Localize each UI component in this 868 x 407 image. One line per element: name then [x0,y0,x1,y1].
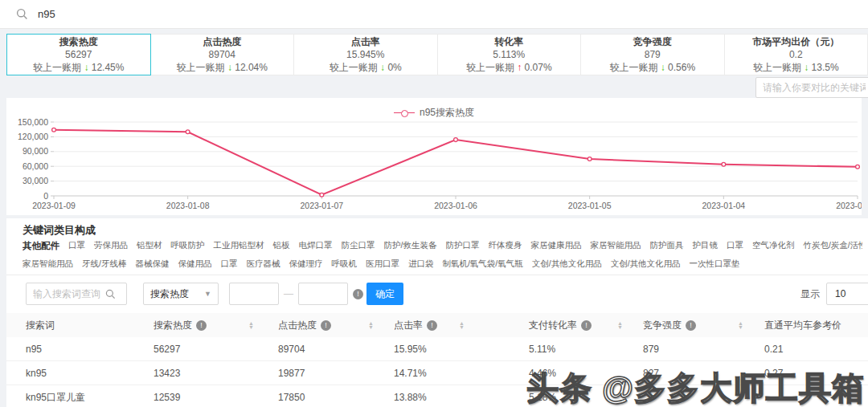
sort-icon[interactable]: ▲▼ [617,321,623,329]
category-tab[interactable]: 家居智能用品 [590,240,641,252]
category-tab[interactable]: 防护/救生装备 [384,240,437,252]
info-icon[interactable]: ! [581,320,592,331]
sort-icon[interactable]: ▲▼ [248,321,254,329]
cell-click-rate: 14.71% [394,368,427,379]
cell-search-heat: 13423 [154,368,180,379]
stat-title: 点击率 [351,35,380,48]
category-tab[interactable]: 器械保健 [135,258,169,270]
stat-compare: 较上一账期 ↑ 0.07% [466,61,552,74]
category-tab[interactable]: 文创/其他文化用品 [611,258,681,270]
category-tab[interactable]: 护目镜 [692,240,718,252]
sort-icon[interactable]: ▲▼ [368,321,374,329]
stat-card[interactable]: 转化率 5.113% 较上一账期 ↑ 0.07% [438,34,582,75]
category-tab[interactable]: 铝板 [273,240,290,252]
trend-arrow-icon: ↓ [661,62,665,73]
stat-compare: 较上一账期 ↓ 0.56% [609,61,695,74]
page-size-control: 显示 10 [800,283,868,305]
stat-card[interactable]: 点击热度 89704 较上一账期 ↓ 12.04% [151,34,295,75]
compare-keyword-input[interactable] [755,77,868,98]
category-tab[interactable]: 家居智能用品 [23,258,73,270]
stat-value: 15.945% [346,48,384,61]
table-row[interactable]: n95 56297 89704 15.95% 5.11% 879 0.21 [6,337,868,361]
keyword-search-input[interactable] [38,8,761,20]
category-tab[interactable]: 其他配件 [23,240,59,252]
category-tab[interactable]: 口罩 [68,240,85,252]
range-max-input[interactable] [298,283,348,305]
trend-arrow-icon: ↑ [517,62,522,73]
svg-text:2023-01-05: 2023-01-05 [568,201,612,210]
page-size-value: 10 [835,288,845,299]
table-search-input[interactable] [33,288,105,299]
column-label: 点击热度 [278,319,317,332]
category-tab[interactable]: 呼吸机 [331,258,357,270]
category-tab[interactable]: 家居健康用品 [530,240,581,252]
cell-avg-bid: 0.21 [764,344,783,355]
category-tab[interactable]: 空气净化剂 [752,240,795,252]
svg-text:2023-01-07: 2023-01-07 [300,201,343,210]
trend-arrow-icon: ↓ [804,62,809,73]
svg-text:2023-01-08: 2023-01-08 [166,201,210,210]
stat-card[interactable]: 竞争强度 879 较上一账期 ↓ 0.56% [581,34,725,75]
category-tab[interactable]: 制氧机/氧气袋/氧气瓶 [442,258,522,270]
cell-keyword: kn95 [26,368,47,379]
category-tab[interactable]: 竹炭包/炭盒/活性炭 [803,240,862,252]
svg-text:2023-01-09: 2023-01-09 [32,201,76,210]
category-tabs-row1: 其他配件口罩劳保用品铝型材呼吸防护工业用铝型材铝板电焊口罩防尘口罩防护/救生装备… [23,240,862,252]
category-tab[interactable]: 防护面具 [649,240,683,252]
category-tab[interactable]: 牙线/牙线棒 [82,258,126,270]
stat-value: 56297 [65,48,92,61]
top-search-bar [0,0,868,29]
chart-legend[interactable]: n95搜索热度 [6,106,862,120]
info-icon[interactable]: ! [353,289,363,299]
category-tab[interactable]: 口罩 [727,240,743,252]
category-tab[interactable]: 进口袋 [408,258,434,270]
category-tab[interactable]: 劳保用品 [94,240,128,252]
cell-click-heat: 89704 [278,344,305,355]
category-tab[interactable]: 一次性口罩垫 [690,258,740,270]
info-icon[interactable]: ! [427,320,437,331]
metric-select[interactable]: 搜索热度 ▼ [143,283,219,305]
legend-label: n95搜索热度 [420,106,474,120]
sort-icon[interactable]: ▲▼ [459,321,465,329]
category-tab[interactable]: 保健用品 [178,258,211,270]
category-tab[interactable]: 呼吸防护 [171,240,205,252]
category-tab[interactable]: 防护口罩 [445,240,479,252]
table-header-cell: 支付转化率 ! ▲▼ [529,313,592,337]
cell-conversion-rate: 5.11% [529,344,555,355]
info-icon[interactable]: ! [686,320,696,331]
svg-text:2023-01-06: 2023-01-06 [434,201,477,210]
search-icon[interactable] [105,289,116,299]
metric-select-value: 搜索热度 [150,287,189,301]
category-tabs-row2: 家居智能用品牙线/牙线棒器械保健保健用品口罩医疗器械保健理疗呼吸机医用口罩进口袋… [23,258,862,270]
stat-compare: 较上一账期 ↓ 0% [330,61,402,74]
stat-title: 市场平均出价（元） [752,35,839,48]
stat-card[interactable]: 点击率 15.945% 较上一账期 ↓ 0% [294,34,438,75]
trend-arrow-icon: ↓ [227,62,232,73]
stat-title: 点击热度 [203,35,241,48]
category-tab[interactable]: 纤体瘦身 [488,240,522,252]
stat-card[interactable]: 市场平均出价（元） 0.2 较上一账期 ↓ 13.5% [725,34,868,75]
category-tab[interactable]: 铝型材 [137,240,162,252]
sort-icon[interactable]: ▲▼ [738,321,743,329]
info-icon[interactable]: ! [321,320,331,331]
category-tab[interactable]: 电焊口罩 [299,240,333,252]
category-tab[interactable]: 保健理疗 [289,258,322,270]
page-size-select[interactable]: 10 [826,283,868,305]
category-tab[interactable]: 防尘口罩 [342,240,375,252]
legend-line-marker-icon [394,112,415,113]
category-tab[interactable]: 医用口罩 [366,258,399,270]
stat-card[interactable]: 搜索热度 56297 较上一账期 ↓ 12.45% [6,34,151,75]
cell-click-heat: 17850 [278,392,305,403]
cell-search-heat: 12539 [154,392,180,403]
info-icon[interactable]: ! [196,320,207,331]
column-label: 搜索热度 [154,319,192,332]
stat-value: 5.113% [493,48,525,61]
confirm-button[interactable]: 确定 [366,283,403,305]
stat-value: 879 [645,48,661,61]
category-tab[interactable]: 工业用铝型材 [214,240,264,252]
range-min-input[interactable] [229,283,279,305]
category-tab[interactable]: 口罩 [220,258,237,270]
category-tab[interactable]: 医疗器械 [246,258,280,270]
svg-text:90,000: 90,000 [23,146,48,156]
category-tab[interactable]: 文创/其他文化用品 [532,258,602,270]
